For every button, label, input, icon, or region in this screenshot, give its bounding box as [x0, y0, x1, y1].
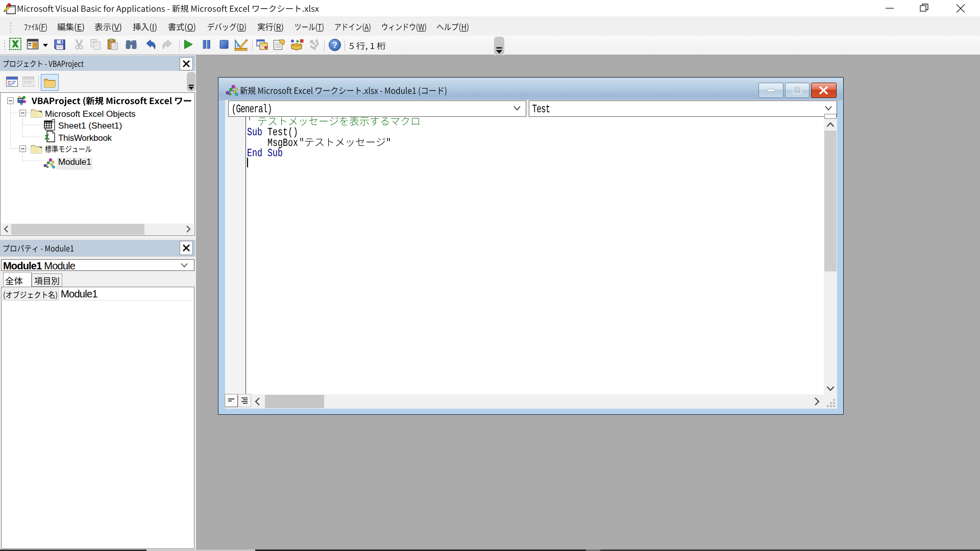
svg-text:?: ? — [332, 41, 337, 49]
